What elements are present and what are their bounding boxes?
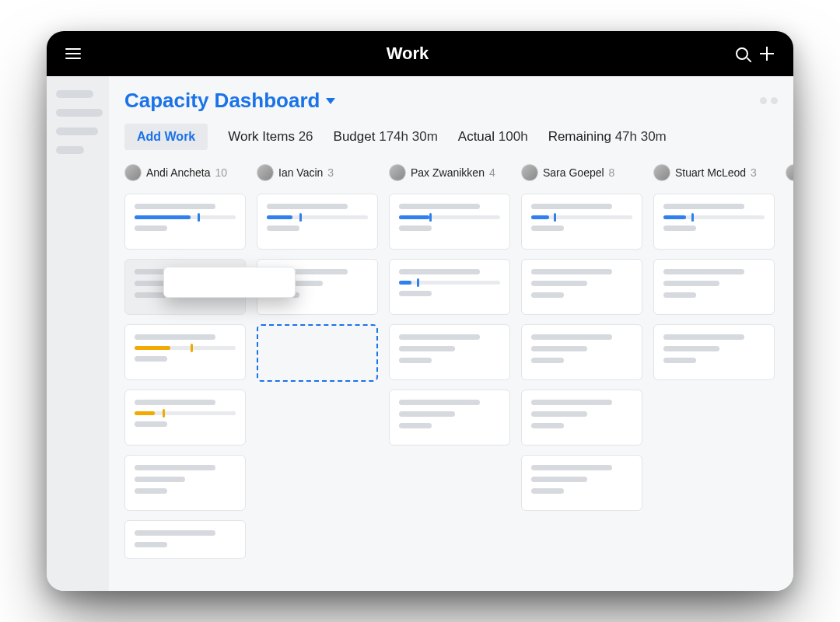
board-column: Pax Zwanikken 4 bbox=[389, 164, 510, 591]
work-card[interactable] bbox=[521, 455, 642, 511]
column-name: Stuart McLeod bbox=[675, 166, 746, 179]
dashboard-title-button[interactable]: Capacity Dashboard bbox=[124, 89, 335, 113]
column-header[interactable]: Pax Zwanikken 4 bbox=[389, 164, 510, 184]
work-card[interactable] bbox=[389, 390, 510, 446]
column-name: Pax Zwanikken bbox=[411, 166, 485, 179]
dashboard-title: Capacity Dashboard bbox=[124, 89, 320, 113]
sidebar-item[interactable] bbox=[56, 109, 103, 117]
work-card[interactable] bbox=[653, 259, 775, 315]
work-card[interactable] bbox=[389, 194, 510, 250]
top-bar: Work bbox=[47, 31, 793, 76]
avatar bbox=[521, 164, 538, 181]
sidebar-item[interactable] bbox=[56, 128, 98, 135]
search-button[interactable] bbox=[730, 41, 754, 66]
sidebar-item[interactable] bbox=[56, 146, 84, 154]
work-card[interactable] bbox=[521, 259, 642, 315]
work-card[interactable] bbox=[521, 390, 642, 446]
avatar bbox=[124, 164, 142, 181]
work-card[interactable] bbox=[389, 259, 510, 315]
work-card[interactable] bbox=[124, 324, 246, 380]
work-card[interactable] bbox=[124, 520, 246, 559]
stats-bar: Add Work Work Items 26 Budget 174h 30m A… bbox=[109, 116, 793, 159]
stat-remaining: Remaining 47h 30m bbox=[548, 129, 667, 145]
stat-work-items: Work Items 26 bbox=[228, 129, 313, 145]
dragging-card[interactable] bbox=[163, 267, 296, 298]
column-count: 8 bbox=[609, 166, 615, 179]
work-card[interactable] bbox=[521, 324, 642, 380]
screen-title: Work bbox=[86, 44, 730, 64]
chevron-down-icon bbox=[326, 98, 335, 104]
dot-icon bbox=[771, 97, 778, 104]
avatar bbox=[786, 164, 793, 181]
work-card[interactable] bbox=[389, 324, 510, 380]
stat-actual: Actual 100h bbox=[458, 129, 528, 145]
column-name: Sara Goepel bbox=[543, 166, 604, 179]
work-card[interactable] bbox=[521, 194, 642, 250]
column-name: Ian Vacin bbox=[278, 166, 323, 179]
column-header[interactable]: Sara Goepel 8 bbox=[521, 164, 642, 184]
board-column: Stuart McLeod 3 bbox=[653, 164, 775, 591]
work-card[interactable] bbox=[257, 194, 378, 250]
column-name: Andi Ancheta bbox=[146, 166, 211, 179]
search-icon bbox=[736, 47, 748, 60]
column-count: 4 bbox=[489, 166, 495, 179]
page-header: Capacity Dashboard bbox=[109, 76, 793, 116]
dot-icon bbox=[760, 97, 767, 104]
board-column-overflow bbox=[786, 164, 793, 591]
plus-icon bbox=[760, 47, 774, 61]
hamburger-icon bbox=[65, 53, 81, 54]
work-card[interactable] bbox=[124, 194, 246, 250]
card-drop-zone[interactable] bbox=[257, 324, 378, 382]
board-column: Andi Ancheta 10 bbox=[124, 164, 246, 591]
board-column: Ian Vacin 3 bbox=[257, 164, 378, 591]
work-card[interactable] bbox=[653, 324, 775, 380]
more-menu-button[interactable] bbox=[760, 97, 778, 104]
avatar bbox=[257, 164, 274, 181]
menu-button[interactable] bbox=[61, 41, 86, 66]
avatar bbox=[389, 164, 406, 181]
work-card[interactable] bbox=[124, 390, 246, 446]
column-header[interactable] bbox=[786, 164, 793, 184]
main-content: Capacity Dashboard Add Work Work Items 2… bbox=[109, 76, 793, 591]
column-header[interactable]: Andi Ancheta 10 bbox=[124, 164, 246, 184]
work-card[interactable] bbox=[653, 194, 775, 250]
sidebar bbox=[47, 76, 109, 591]
sidebar-item[interactable] bbox=[56, 90, 93, 98]
stat-budget: Budget 174h 30m bbox=[334, 129, 438, 145]
work-card[interactable] bbox=[124, 455, 246, 511]
add-work-button[interactable]: Add Work bbox=[124, 124, 208, 150]
add-button[interactable] bbox=[754, 41, 779, 66]
column-header[interactable]: Ian Vacin 3 bbox=[257, 164, 378, 184]
board-column: Sara Goepel 8 bbox=[521, 164, 642, 591]
column-count: 3 bbox=[751, 166, 757, 179]
column-count: 10 bbox=[215, 166, 228, 179]
kanban-board[interactable]: Andi Ancheta 10 bbox=[109, 159, 793, 591]
avatar bbox=[653, 164, 670, 181]
column-header[interactable]: Stuart McLeod 3 bbox=[653, 164, 775, 184]
column-count: 3 bbox=[327, 166, 334, 179]
app-window: Work Capacity Dashboard bbox=[47, 31, 793, 591]
